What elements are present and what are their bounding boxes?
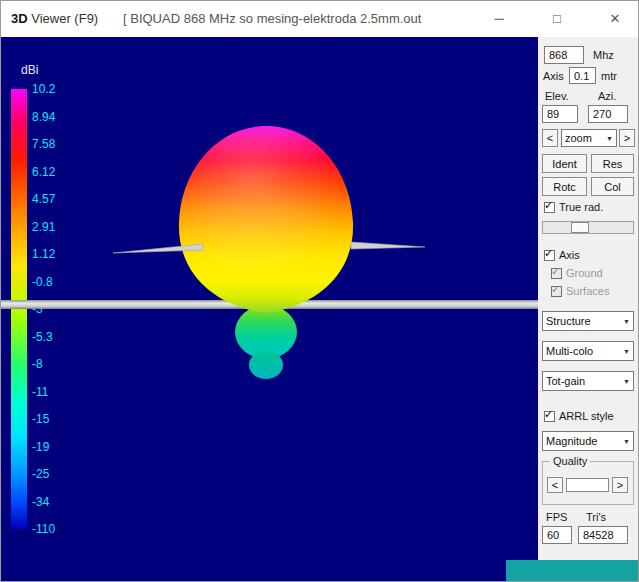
axis-checkbox[interactable]: ✓ Axis (544, 249, 580, 261)
azimuth-label: Azi. (598, 90, 616, 102)
gain-type-dropdown-value: Tot-gain (543, 375, 620, 387)
document-title: [ BIQUAD 868 MHz so mesing-elektroda 2.5… (123, 11, 421, 26)
azimuth-input[interactable]: 270 (588, 105, 628, 123)
status-corner-block (506, 560, 639, 582)
secondary-lobe (235, 305, 297, 359)
rotc-button[interactable]: Rotc (542, 177, 587, 196)
check-icon: ✓ (551, 265, 560, 278)
ground-checkbox[interactable]: ✓ Ground (551, 267, 603, 279)
maximize-button[interactable]: □ (547, 9, 567, 29)
axis-checkbox-label: Axis (559, 249, 580, 261)
bottom-lobe (249, 351, 283, 379)
ground-plane (1, 300, 538, 309)
dropdown-arrow-icon: ▼ (603, 135, 616, 142)
legend-tick: -8 (32, 357, 43, 371)
legend-tick: 10.2 (32, 82, 55, 96)
app-title-rest: Viewer (F9) (31, 11, 98, 26)
rotation-slider-thumb[interactable] (571, 222, 589, 233)
structure-dropdown[interactable]: Structure ▼ (542, 311, 634, 331)
legend-tick: -19 (32, 440, 49, 454)
zoom-dropdown-value: zoom (562, 132, 603, 144)
zoom-prev-button[interactable]: < (542, 129, 558, 147)
legend-tick: 4.57 (32, 192, 55, 206)
axis-unit-label: mtr (601, 70, 617, 82)
dropdown-arrow-icon: ▼ (620, 378, 633, 385)
dropdown-arrow-icon: ▼ (620, 348, 633, 355)
legend-tick: 2.91 (32, 220, 55, 234)
quality-slider[interactable] (566, 478, 609, 492)
arrl-style-label: ARRL style (559, 410, 614, 422)
rotation-slider[interactable] (542, 221, 634, 234)
magnitude-dropdown[interactable]: Magnitude ▼ (542, 431, 634, 451)
app-title: 3D Viewer (F9) (11, 11, 98, 26)
elevation-input[interactable]: 89 (542, 105, 578, 123)
tris-value: 84528 (578, 526, 628, 544)
surfaces-checkbox[interactable]: ✓ Surfaces (551, 285, 609, 297)
app-title-bold: 3D (11, 11, 28, 26)
gain-type-dropdown[interactable]: Tot-gain ▼ (542, 371, 634, 391)
axis-label: Axis (543, 70, 564, 82)
legend-tick: -0.8 (32, 275, 53, 289)
radiation-pattern (1, 37, 538, 582)
res-button[interactable]: Res (591, 154, 634, 173)
minimize-button[interactable]: ─ (489, 9, 509, 29)
legend-tick: -110 (32, 522, 55, 536)
ident-button[interactable]: Ident (542, 154, 587, 173)
legend-tick: 6.12 (32, 165, 55, 179)
true-rad-checkbox[interactable]: ✓ True rad. (544, 201, 603, 213)
control-panel: 868 Mhz Axis 0.1 mtr Elev. Azi. 89 270 <… (538, 37, 639, 582)
tris-label: Tri's (586, 511, 606, 523)
frequency-input[interactable]: 868 (544, 46, 584, 64)
legend-tick: -11 (32, 385, 48, 399)
frequency-unit-label: Mhz (593, 49, 614, 61)
check-icon: ✓ (544, 199, 553, 212)
3d-viewer-window: 3D Viewer (F9) [ BIQUAD 868 MHz so mesin… (0, 0, 639, 582)
check-icon: ✓ (544, 408, 553, 421)
surfaces-checkbox-label: Surfaces (566, 285, 609, 297)
arrl-style-checkbox[interactable]: ✓ ARRL style (544, 410, 614, 422)
legend-tick: -25 (32, 467, 49, 481)
close-button[interactable]: ✕ (605, 9, 625, 29)
fps-label: FPS (546, 511, 567, 523)
legend-tick: 7.58 (32, 137, 55, 151)
quality-prev-button[interactable]: < (547, 477, 563, 493)
main-lobe (179, 126, 353, 313)
axis-scale-input[interactable]: 0.1 (569, 67, 596, 84)
color-mode-dropdown-value: Multi-colo (543, 345, 620, 357)
dropdown-arrow-icon: ▼ (620, 438, 633, 445)
dropdown-arrow-icon: ▼ (620, 318, 633, 325)
wire-element-right (351, 242, 425, 249)
check-icon: ✓ (551, 283, 560, 296)
quality-next-button[interactable]: > (612, 477, 628, 493)
legend-tick: -5.3 (32, 330, 53, 344)
magnitude-dropdown-value: Magnitude (543, 435, 620, 447)
structure-dropdown-value: Structure (543, 315, 620, 327)
wire-element-left (113, 244, 203, 253)
ground-checkbox-label: Ground (566, 267, 603, 279)
title-bar: 3D Viewer (F9) [ BIQUAD 868 MHz so mesin… (1, 1, 639, 37)
check-icon: ✓ (544, 247, 553, 260)
quality-group-label: Quality (550, 455, 590, 467)
legend-ticks: 10.28.947.586.124.572.911.12-0.8-3-5.3-8… (32, 89, 74, 529)
true-rad-label: True rad. (559, 201, 603, 213)
zoom-dropdown[interactable]: zoom ▼ (561, 129, 617, 147)
elevation-label: Elev. (545, 90, 569, 102)
legend-tick: 8.94 (32, 110, 55, 124)
legend-unit-label: dBi (21, 63, 38, 77)
legend-tick: -15 (32, 412, 49, 426)
color-mode-dropdown[interactable]: Multi-colo ▼ (542, 341, 634, 361)
legend-tick: 1.12 (32, 247, 55, 261)
3d-viewport[interactable]: dBi 10.28.947.586.124.572.911.12-0.8-3-5… (1, 37, 538, 582)
legend-colorbar (11, 89, 27, 529)
zoom-next-button[interactable]: > (619, 129, 635, 147)
legend-tick: -34 (32, 495, 49, 509)
fps-value: 60 (542, 526, 572, 544)
col-button[interactable]: Col (591, 177, 634, 196)
